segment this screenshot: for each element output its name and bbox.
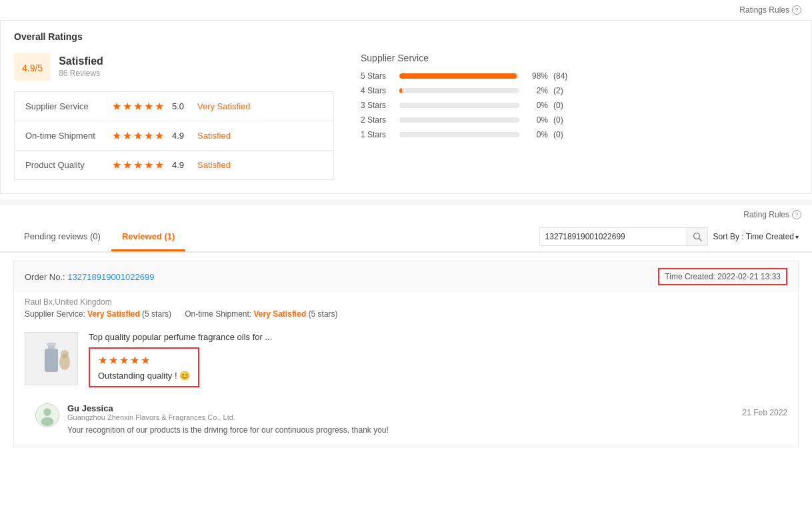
order-no-link[interactable]: 132718919001022699 bbox=[67, 272, 154, 282]
product-image bbox=[25, 332, 78, 385]
svg-rect-3 bbox=[45, 349, 58, 372]
reviews-nav: Pending reviews (0) Reviewed (1) Sort By… bbox=[0, 222, 812, 253]
reviewer-location: Raul Bx,United Kingdom bbox=[25, 297, 787, 307]
score-info: Satisfied 86 Reviews bbox=[59, 55, 103, 78]
rating-row-supplier: Supplier Service ★ ★ ★ ★ ★ 5.0 Very Sati… bbox=[15, 92, 333, 121]
quality-stars: ★ ★ ★ ★ ★ bbox=[112, 159, 164, 171]
shipment-satisfaction: Satisfied bbox=[197, 131, 231, 141]
score-denom: /5 bbox=[35, 63, 43, 73]
product-image-svg bbox=[28, 335, 75, 382]
order-no: Order No.: 132718919001022699 bbox=[25, 272, 154, 282]
bar-pct-3: 0% bbox=[525, 101, 548, 110]
svg-point-9 bbox=[43, 409, 51, 416]
star-1: ★ bbox=[112, 100, 121, 113]
bar-track-2 bbox=[399, 117, 519, 123]
bar-row-2: 2 Stars 0% (0) bbox=[361, 115, 798, 125]
bar-count-3: (0) bbox=[553, 101, 563, 110]
quality-score: 4.9 bbox=[172, 160, 191, 170]
quality-satisfaction: Satisfied bbox=[197, 160, 231, 170]
product-title: Top quality popular perfume fragrance oi… bbox=[89, 332, 787, 342]
seller-company: Guangzhou Zhenxin Flavors & Fragrances C… bbox=[67, 413, 235, 421]
top-bar: Ratings Rules ? bbox=[0, 0, 812, 20]
right-panel: Supplier Service 5 Stars 98% (84) 4 Star… bbox=[361, 53, 798, 180]
bar-row-1: 1 Stars 0% (0) bbox=[361, 130, 798, 139]
svg-line-1 bbox=[699, 239, 701, 241]
review-header: Order No.: 132718919001022699 Time Creat… bbox=[14, 261, 798, 292]
star-4: ★ bbox=[144, 159, 153, 171]
rating-rows: Supplier Service ★ ★ ★ ★ ★ 5.0 Very Sati… bbox=[14, 91, 334, 180]
bar-label-4: 4 Stars bbox=[361, 86, 394, 95]
service-ratings: Supplier Service: Very Satisfied (5 star… bbox=[25, 309, 787, 319]
svg-rect-5 bbox=[47, 343, 56, 346]
help-icon-top: ? bbox=[792, 5, 801, 15]
bar-fill-4 bbox=[399, 88, 402, 93]
search-box bbox=[539, 227, 708, 246]
star-5: ★ bbox=[155, 129, 164, 142]
left-panel: 4.9/5 Satisfied 86 Reviews Supplier Serv… bbox=[14, 53, 334, 180]
seller-name-row: Gu Jessica Guangzhou Zhenxin Flavors & F… bbox=[67, 403, 787, 421]
bar-fill-5 bbox=[399, 73, 517, 79]
review-star-1: ★ bbox=[98, 354, 107, 367]
shipment-score: 4.9 bbox=[172, 131, 191, 141]
ontime-stars: (5 stars) bbox=[309, 309, 338, 319]
bar-rows: 5 Stars 98% (84) 4 Stars 2% bbox=[361, 71, 798, 139]
ontime-shipment-meta: On-time Shipment: Very Satisfied (5 star… bbox=[185, 309, 337, 319]
help-icon-reviews: ? bbox=[792, 210, 801, 219]
star-4: ★ bbox=[144, 129, 153, 142]
seller-identity: Gu Jessica Guangzhou Zhenxin Flavors & F… bbox=[67, 403, 235, 421]
supplier-service-meta-val: Very Satisfied bbox=[87, 309, 140, 319]
ratings-rules-top-link[interactable]: Ratings Rules ? bbox=[739, 5, 801, 15]
sort-dropdown[interactable]: Sort By : Time Created ▾ bbox=[713, 232, 799, 241]
star-2: ★ bbox=[123, 129, 132, 142]
time-created-badge: Time Created: 2022-02-21 13:33 bbox=[658, 268, 787, 285]
score-label: Satisfied bbox=[59, 55, 103, 67]
score-reviews: 86 Reviews bbox=[59, 69, 103, 78]
shipment-label: On-time Shipment bbox=[25, 131, 112, 141]
bar-label-2: 2 Stars bbox=[361, 115, 394, 125]
star-2: ★ bbox=[123, 100, 132, 113]
rating-rules-link[interactable]: Rating Rules ? bbox=[743, 210, 801, 219]
star-5: ★ bbox=[155, 100, 164, 113]
bar-label-1: 1 Stars bbox=[361, 130, 394, 139]
svg-point-7 bbox=[61, 350, 69, 358]
chevron-down-icon: ▾ bbox=[795, 233, 799, 241]
supplier-service-meta-label: Supplier Service: bbox=[25, 309, 87, 319]
search-input[interactable] bbox=[540, 228, 687, 245]
search-button[interactable] bbox=[687, 228, 707, 245]
reviews-section: Rating Rules ? Pending reviews (0) Revie… bbox=[0, 205, 812, 447]
quality-label: Product Quality bbox=[25, 160, 112, 170]
ontime-val: Very Satisfied bbox=[254, 309, 307, 319]
ratings-rules-top-label: Ratings Rules bbox=[739, 5, 789, 15]
tab-reviewed[interactable]: Reviewed (1) bbox=[111, 223, 185, 251]
review-product: Top quality popular perfume fragrance oi… bbox=[14, 324, 798, 395]
bar-track-3 bbox=[399, 103, 519, 108]
supplier-service-meta: Supplier Service: Very Satisfied (5 star… bbox=[25, 309, 171, 319]
review-meta: Raul Bx,United Kingdom Supplier Service:… bbox=[14, 292, 798, 324]
section-divider bbox=[0, 199, 812, 205]
bar-count-2: (0) bbox=[553, 115, 563, 125]
bar-row-4: 4 Stars 2% (2) bbox=[361, 86, 798, 95]
bar-track-1 bbox=[399, 132, 519, 137]
star-1: ★ bbox=[112, 159, 121, 171]
bar-count-4: (2) bbox=[553, 86, 563, 95]
bar-label-5: 5 Stars bbox=[361, 71, 394, 81]
review-text: Outstanding quality ! 😊 bbox=[98, 371, 190, 381]
bar-pct-1: 0% bbox=[525, 130, 548, 139]
review-stars: ★ ★ ★ ★ ★ bbox=[98, 354, 190, 367]
star-3: ★ bbox=[133, 100, 143, 113]
review-star-3: ★ bbox=[119, 354, 129, 367]
star-3: ★ bbox=[133, 129, 143, 142]
review-star-2: ★ bbox=[109, 354, 118, 367]
review-star-5: ★ bbox=[141, 354, 150, 367]
score-value: 4.9 bbox=[22, 63, 35, 73]
supplier-label: Supplier Service bbox=[25, 101, 112, 111]
search-icon bbox=[693, 232, 702, 241]
supplier-service-meta-stars: (5 stars) bbox=[142, 309, 171, 319]
bar-pct-2: 0% bbox=[525, 115, 548, 125]
review-star-4: ★ bbox=[130, 354, 139, 367]
score-box: 4.9/5 bbox=[14, 53, 51, 81]
star-2: ★ bbox=[123, 159, 132, 171]
reply-date: 21 Feb 2022 bbox=[743, 408, 787, 417]
star-3: ★ bbox=[133, 159, 143, 171]
tab-pending[interactable]: Pending reviews (0) bbox=[13, 223, 111, 251]
